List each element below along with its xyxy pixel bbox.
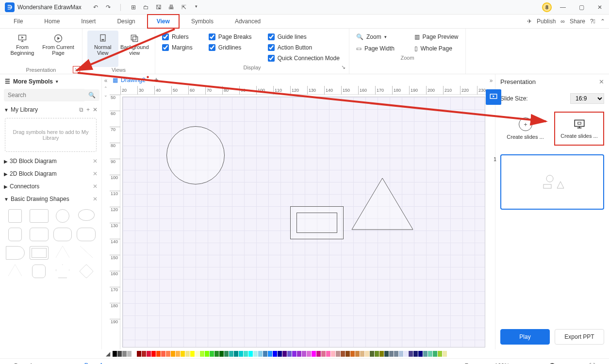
color-swatch[interactable] [268,351,272,357]
color-swatch[interactable] [389,351,394,357]
color-swatch[interactable] [248,351,253,357]
library-drop-area[interactable]: Drag symbols here to add to My Library [5,118,97,152]
export-ppt-button[interactable]: Export PPT [555,329,604,345]
my-library-header[interactable]: ▼My Library ⧉+✕ [0,104,101,115]
color-swatch[interactable] [244,351,248,357]
right-collapse[interactable]: » [487,74,495,349]
collapse-ribbon-icon[interactable]: ⌃ [600,18,605,25]
color-swatch[interactable] [224,351,229,357]
color-swatch[interactable] [321,351,326,357]
background-view-button[interactable]: Background view [119,31,150,67]
canvas-paper[interactable] [122,97,485,347]
shape-square[interactable] [8,209,22,223]
slide-size-select[interactable]: 16:9 [570,93,604,104]
slideshow-icon[interactable]: ▷ [485,363,490,364]
from-beginning-button[interactable]: From Beginning [5,31,40,67]
color-swatch[interactable] [409,351,413,357]
normal-view-button[interactable]: Normal View [87,31,118,67]
color-swatch[interactable] [331,351,335,357]
guide-lines-checkbox[interactable]: Guide lines [268,33,342,40]
page-width-button[interactable]: ▭Page Width [356,45,395,52]
color-swatch[interactable] [302,351,306,357]
color-swatch[interactable] [219,351,224,357]
notification-badge[interactable]: 8 [542,2,552,12]
category-2d-block[interactable]: ▶2D Block Diagram✕ [0,167,101,180]
canvas-circle-shape[interactable] [166,126,225,184]
presentation-mode-icon[interactable] [486,89,501,105]
play-button[interactable]: Play [500,329,550,345]
next-page-icon[interactable]: › [52,363,54,364]
color-swatch[interactable] [151,351,156,357]
page-selector[interactable]: Page-1 [14,363,33,364]
open-icon[interactable]: 🗀 [142,4,150,11]
pages-icon[interactable]: ▥ [4,363,9,364]
qat-more-icon[interactable]: ▾ [192,4,201,11]
color-swatch[interactable] [336,351,340,357]
color-swatch[interactable] [122,351,127,357]
color-swatch[interactable] [263,351,267,357]
lib-import-icon[interactable]: ⧉ [79,106,83,113]
color-swatch[interactable] [379,351,384,357]
whole-page-button[interactable]: ▯Whole Page [414,45,459,52]
from-current-page-button[interactable]: From Current Page [41,31,76,67]
zoom-out-icon[interactable]: − [514,363,518,364]
help-icon[interactable]: ?⃝ [590,18,595,25]
color-swatch[interactable] [282,351,287,357]
color-swatch[interactable] [258,351,263,357]
lib-close-icon[interactable]: ✕ [93,106,98,113]
color-swatch[interactable] [292,351,296,357]
close-icon[interactable]: ✕ [93,183,98,190]
margins-checkbox[interactable]: Margins [162,44,195,51]
fullscreen-icon[interactable]: ▣ [600,363,605,364]
color-swatch[interactable] [384,351,389,357]
color-swatch[interactable] [210,351,214,357]
slide-thumbnail[interactable] [500,154,604,210]
quick-conn-checkbox[interactable]: Quick Connection Mode [268,55,342,62]
color-swatch[interactable] [297,351,301,357]
rulers-checkbox[interactable]: Rulers [162,33,195,40]
export-icon[interactable]: ⇱ [180,4,188,11]
color-swatch[interactable] [413,351,418,357]
color-swatch[interactable] [185,351,190,357]
display-launcher-button[interactable]: ↘ [340,64,347,71]
category-connectors[interactable]: ▶Connectors✕ [0,180,101,193]
left-collapse[interactable]: «⌃⌄ [102,74,110,349]
color-swatch[interactable] [181,351,185,357]
color-swatch[interactable] [195,351,199,357]
color-swatch[interactable] [132,351,136,357]
color-swatch[interactable] [273,351,277,357]
new-icon[interactable]: ⊞ [129,4,138,11]
color-swatch[interactable] [234,351,238,357]
shape-pentagon[interactable] [56,265,69,278]
color-swatch[interactable] [166,351,170,357]
add-page-icon[interactable]: + [59,363,62,364]
minimize-button[interactable]: — [556,0,570,14]
color-swatch[interactable] [404,351,408,357]
redo-icon[interactable]: ↷ [104,4,113,11]
canvas-rect-shape[interactable] [290,206,344,239]
page-breaks-checkbox[interactable]: Page Breaks [209,33,254,40]
maximize-button[interactable]: ▢ [574,0,589,14]
shape-pill[interactable] [53,228,72,241]
color-swatch[interactable] [200,351,204,357]
color-swatch[interactable] [370,351,374,357]
color-swatch[interactable] [205,351,209,357]
menu-symbols[interactable]: Symbols [181,14,223,29]
document-tab[interactable]: Drawing2 [121,77,146,83]
shape-triangle2[interactable] [6,265,25,278]
close-icon[interactable]: ✕ [93,196,98,202]
focus-button[interactable]: Focus [465,363,481,364]
gridlines-checkbox[interactable]: Gridlines [209,44,254,51]
color-swatch[interactable] [176,351,180,357]
color-swatch[interactable] [399,351,403,357]
menu-home[interactable]: Home [34,14,69,29]
color-swatch[interactable] [142,351,146,357]
close-icon[interactable]: ✕ [93,158,98,165]
color-swatch[interactable] [156,351,161,357]
fit-page-icon[interactable]: ⛶ [589,363,595,364]
shape-ellipse[interactable] [78,209,95,221]
lib-add-icon[interactable]: + [86,106,90,113]
print-icon[interactable]: 🖶 [167,4,176,11]
share-button[interactable]: Share [570,18,585,25]
color-swatch[interactable] [127,351,132,357]
